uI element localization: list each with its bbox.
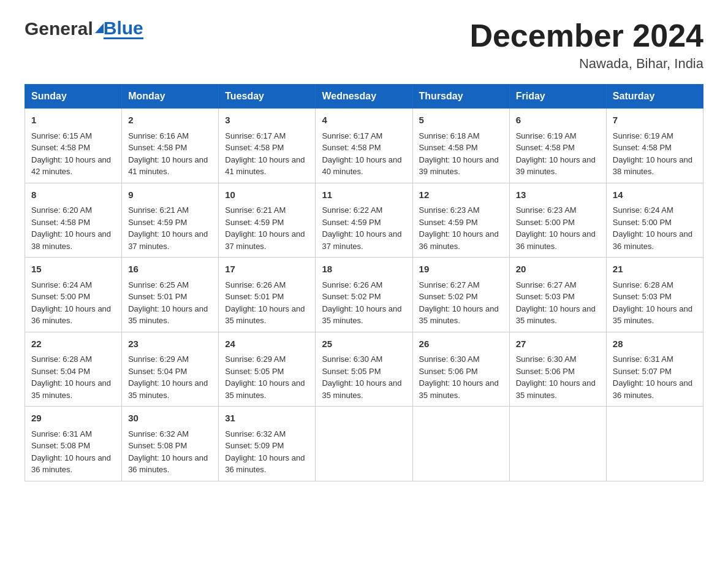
daylight-text: Daylight: 10 hours and 37 minutes. [225, 229, 305, 251]
sunrise-text: Sunrise: 6:18 AM [419, 131, 480, 140]
sunset-text: Sunset: 5:05 PM [225, 367, 284, 376]
daylight-text: Daylight: 10 hours and 35 minutes. [419, 378, 499, 400]
sunset-text: Sunset: 5:00 PM [516, 218, 575, 227]
sunrise-text: Sunrise: 6:21 AM [225, 205, 286, 215]
logo-blue-text: Blue [104, 19, 143, 37]
calendar-week-row: 1Sunrise: 6:15 AMSunset: 4:58 PMDaylight… [25, 109, 703, 183]
daylight-text: Daylight: 10 hours and 35 minutes. [225, 378, 305, 400]
sunrise-text: Sunrise: 6:31 AM [31, 429, 92, 439]
day-number: 9 [128, 188, 212, 202]
daylight-text: Daylight: 10 hours and 36 minutes. [31, 304, 111, 326]
daylight-text: Daylight: 10 hours and 40 minutes. [322, 155, 401, 177]
sunset-text: Sunset: 5:03 PM [613, 292, 672, 301]
day-number: 10 [225, 188, 309, 202]
sunset-text: Sunset: 5:01 PM [128, 292, 187, 301]
day-number: 17 [225, 262, 309, 277]
sunset-text: Sunset: 4:58 PM [128, 143, 187, 152]
sunrise-text: Sunrise: 6:23 AM [419, 205, 480, 215]
calendar-table: SundayMondayTuesdayWednesdayThursdayFrid… [25, 84, 703, 481]
daylight-text: Daylight: 10 hours and 35 minutes. [322, 378, 401, 400]
calendar-cell: 6Sunrise: 6:19 AMSunset: 4:58 PMDaylight… [509, 109, 606, 183]
day-header-monday: Monday [122, 85, 219, 109]
sunrise-text: Sunrise: 6:17 AM [225, 131, 286, 140]
sunrise-text: Sunrise: 6:26 AM [225, 280, 286, 289]
sunset-text: Sunset: 4:58 PM [31, 218, 90, 227]
sunset-text: Sunset: 4:59 PM [128, 218, 187, 227]
daylight-text: Daylight: 10 hours and 35 minutes. [516, 304, 596, 326]
day-number: 19 [419, 262, 503, 277]
day-number: 15 [31, 262, 115, 277]
calendar-cell: 30Sunrise: 6:32 AMSunset: 5:08 PMDayligh… [122, 407, 219, 481]
calendar-cell: 26Sunrise: 6:30 AMSunset: 5:06 PMDayligh… [412, 332, 509, 407]
location-title: Nawada, Bihar, India [469, 56, 703, 72]
day-number: 23 [128, 337, 212, 351]
calendar-cell: 23Sunrise: 6:29 AMSunset: 5:04 PMDayligh… [122, 332, 219, 407]
daylight-text: Daylight: 10 hours and 36 minutes. [128, 453, 208, 475]
logo-general-text: General [25, 18, 93, 39]
daylight-text: Daylight: 10 hours and 37 minutes. [128, 229, 208, 251]
sunset-text: Sunset: 5:03 PM [516, 292, 575, 301]
day-number: 29 [31, 412, 115, 426]
day-number: 14 [613, 188, 697, 202]
daylight-text: Daylight: 10 hours and 36 minutes. [31, 453, 111, 475]
day-number: 25 [322, 337, 406, 351]
calendar-cell: 1Sunrise: 6:15 AMSunset: 4:58 PMDaylight… [25, 109, 122, 183]
day-header-friday: Friday [509, 85, 606, 109]
calendar-week-row: 15Sunrise: 6:24 AMSunset: 5:00 PMDayligh… [25, 258, 703, 332]
month-title: December 2024 [469, 18, 703, 53]
calendar-cell: 3Sunrise: 6:17 AMSunset: 4:58 PMDaylight… [219, 109, 316, 183]
day-number: 3 [225, 113, 309, 128]
calendar-cell: 12Sunrise: 6:23 AMSunset: 4:59 PMDayligh… [412, 183, 509, 258]
sunrise-text: Sunrise: 6:19 AM [516, 131, 577, 140]
day-number: 12 [419, 188, 503, 202]
sunrise-text: Sunrise: 6:24 AM [31, 280, 92, 289]
sunrise-text: Sunrise: 6:32 AM [225, 429, 286, 439]
sunset-text: Sunset: 4:58 PM [225, 143, 284, 152]
sunrise-text: Sunrise: 6:17 AM [322, 131, 382, 140]
sunrise-text: Sunrise: 6:28 AM [613, 280, 673, 289]
sunrise-text: Sunrise: 6:26 AM [322, 280, 382, 289]
sunset-text: Sunset: 5:07 PM [613, 367, 672, 376]
sunset-text: Sunset: 5:01 PM [225, 292, 284, 301]
daylight-text: Daylight: 10 hours and 38 minutes. [31, 229, 111, 251]
day-number: 27 [516, 337, 600, 351]
title-section: December 2024 Nawada, Bihar, India [469, 18, 703, 72]
day-number: 30 [128, 412, 212, 426]
sunset-text: Sunset: 4:59 PM [225, 218, 284, 227]
calendar-cell: 28Sunrise: 6:31 AMSunset: 5:07 PMDayligh… [606, 332, 703, 407]
calendar-cell: 24Sunrise: 6:29 AMSunset: 5:05 PMDayligh… [219, 332, 316, 407]
daylight-text: Daylight: 10 hours and 36 minutes. [419, 229, 499, 251]
calendar-cell [316, 407, 412, 481]
daylight-text: Daylight: 10 hours and 37 minutes. [322, 229, 401, 251]
sunrise-text: Sunrise: 6:25 AM [128, 280, 189, 289]
day-number: 7 [613, 113, 697, 128]
sunset-text: Sunset: 5:06 PM [516, 367, 575, 376]
sunset-text: Sunset: 5:02 PM [322, 292, 381, 301]
sunset-text: Sunset: 5:06 PM [419, 367, 478, 376]
sunrise-text: Sunrise: 6:30 AM [516, 354, 577, 364]
day-number: 21 [613, 262, 697, 277]
day-number: 2 [128, 113, 212, 128]
daylight-text: Daylight: 10 hours and 42 minutes. [31, 155, 111, 177]
sunset-text: Sunset: 4:58 PM [516, 143, 575, 152]
sunset-text: Sunset: 5:00 PM [613, 218, 672, 227]
calendar-cell: 17Sunrise: 6:26 AMSunset: 5:01 PMDayligh… [219, 258, 316, 332]
day-number: 22 [31, 337, 115, 351]
sunrise-text: Sunrise: 6:29 AM [225, 354, 286, 364]
day-number: 28 [613, 337, 697, 351]
sunrise-text: Sunrise: 6:29 AM [128, 354, 189, 364]
calendar-cell: 18Sunrise: 6:26 AMSunset: 5:02 PMDayligh… [316, 258, 412, 332]
daylight-text: Daylight: 10 hours and 35 minutes. [516, 378, 596, 400]
daylight-text: Daylight: 10 hours and 39 minutes. [419, 155, 499, 177]
sunset-text: Sunset: 4:59 PM [322, 218, 381, 227]
sunrise-text: Sunrise: 6:32 AM [128, 429, 189, 439]
sunset-text: Sunset: 4:58 PM [613, 143, 672, 152]
calendar-cell: 16Sunrise: 6:25 AMSunset: 5:01 PMDayligh… [122, 258, 219, 332]
calendar-cell: 27Sunrise: 6:30 AMSunset: 5:06 PMDayligh… [509, 332, 606, 407]
day-number: 20 [516, 262, 600, 277]
sunrise-text: Sunrise: 6:27 AM [516, 280, 577, 289]
daylight-text: Daylight: 10 hours and 38 minutes. [613, 155, 692, 177]
calendar-cell: 25Sunrise: 6:30 AMSunset: 5:05 PMDayligh… [316, 332, 412, 407]
day-header-sunday: Sunday [25, 85, 122, 109]
day-header-saturday: Saturday [606, 85, 703, 109]
